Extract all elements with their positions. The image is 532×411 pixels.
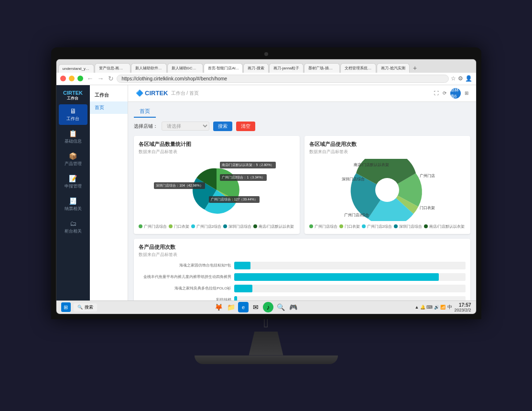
taskbar-app-music[interactable]: ♪ (263, 302, 273, 312)
close-button[interactable] (60, 76, 66, 81)
taskbar-app-edge[interactable]: e (238, 302, 249, 312)
taskbar-left: ⊞ 🔍 搜索 (61, 302, 97, 312)
top-bar-left: 🔷 CIRTEK 工作台 / 首页 (136, 89, 199, 97)
radial-dot-5 (424, 224, 428, 228)
content-area: 首页 选择店铺： 请选择 搜索 清空 (128, 102, 476, 300)
search-button[interactable]: 搜索 (213, 122, 232, 131)
top-bar: 🔷 CIRTEK 工作台 / 首页 ⛶ ⟳ 胡林鑫6 ⊞ (128, 85, 476, 102)
radial-chart-title: 各区域产品使用次数 (309, 141, 466, 148)
bar-track-4 (234, 296, 466, 300)
expand-icon[interactable]: ⛶ (434, 90, 439, 96)
browser-tab-5[interactable]: 首页-智能门店AI... (204, 63, 243, 73)
browser-tab-7[interactable]: 画刀-janna粒子 (269, 63, 304, 73)
sidebar-item-declare[interactable]: 📝 申报管理 (59, 172, 87, 192)
settings-icon[interactable]: ⚙ (458, 75, 463, 82)
taskbar-clock: 17:57 2023/2/2 (454, 302, 471, 312)
pie-tooltip-1: 南店/门店默认以衣架：5（2.80%） (220, 162, 276, 168)
filter-label: 选择店铺： (134, 123, 158, 130)
legend-item-3: 广州门店2综合 (191, 224, 221, 229)
taskbar-app-game[interactable]: 🎮 (288, 302, 298, 312)
bar-track-1 (234, 262, 466, 269)
product-icon: 📦 (61, 152, 86, 160)
legend-item-1: 广州门店综合 (139, 224, 167, 229)
bar-row-2: 金桃丰代焦量平布内裤儿童内裤带纸拼生动四角裤男 (139, 273, 466, 281)
monitor: understand_you... 资产信息-画出... 新人辅助软件-Pro … (51, 47, 481, 364)
page-tab-home[interactable]: 首页 (134, 106, 156, 118)
pie-tooltip-3: 广州门店综合：127（39.44%） (209, 196, 260, 203)
browser-actions: ☆ ⚙ 👤 (451, 75, 472, 82)
tax-icon: 🧾 (61, 197, 86, 205)
windows-start-button[interactable]: ⊞ (61, 302, 71, 312)
taskbar-app-firefox[interactable]: 🦊 (213, 302, 224, 312)
legend-dot-3 (191, 224, 195, 228)
radial-chart-subtitle: 数据来自产品标签表 (309, 149, 466, 155)
bar-label-4: 彩纺纯棉 (139, 297, 234, 300)
radial-label-sz: 深圳门店综合 (342, 177, 365, 181)
taskbar-lang: 中 (447, 304, 452, 311)
page-tabs: 首页 (134, 106, 470, 118)
back-button[interactable]: ← (87, 75, 94, 82)
monitor-bezel: understand_you... 资产信息-画出... 新人辅助软件-Pro … (56, 59, 477, 314)
search-icon: 🔍 (77, 305, 83, 310)
store-select[interactable]: 请选择 (162, 122, 209, 131)
bar-fill-2 (234, 273, 439, 281)
refresh-button[interactable]: ↻ (108, 75, 114, 82)
search-bar[interactable]: 🔍 搜索 (74, 303, 97, 311)
bookmark-icon[interactable]: ☆ (451, 75, 456, 82)
bar-fill-3 (234, 285, 252, 292)
browser-tab-9[interactable]: 文档管理系统-fa (340, 63, 376, 73)
sub-sidebar-item-home[interactable]: 首页 (90, 101, 128, 114)
maximize-button[interactable] (77, 76, 83, 81)
forward-button[interactable]: → (98, 75, 104, 82)
browser-tab-3[interactable]: 新人辅助软件-Pro (131, 63, 167, 73)
browser-tab-1[interactable]: understand_you... (58, 64, 94, 73)
taskbar-app-search2[interactable]: 🔍 (275, 302, 286, 312)
url-bar[interactable]: https://clothing.cirtelklink.com/shop/#/… (117, 75, 449, 83)
monitor-screen: understand_you... 资产信息-画出... 新人辅助软件-Pro … (51, 47, 481, 319)
grid-layout-icon[interactable]: ⊞ (465, 90, 468, 96)
radial-label-door: 门口衣架 (420, 206, 435, 210)
browser-tab-10[interactable]: 画刀-尬汽实测 (377, 63, 410, 73)
radial-label-gz1: 广州门店综合 (420, 174, 435, 178)
user-profile-icon[interactable]: 👤 (465, 75, 472, 82)
refresh-icon[interactable]: ⟳ (443, 90, 446, 96)
bar-row-1: 海魂之家固仿饰台包括粘知T包 (139, 262, 466, 269)
browser-tab-8[interactable]: 墨材广场-插画图 (304, 63, 340, 73)
top-bar-right: ⛶ ⟳ 胡林鑫6 ⊞ (434, 88, 468, 99)
browser-tab-4[interactable]: 新人辅助GCP-飞 (167, 63, 203, 73)
new-tab-button[interactable]: + (410, 63, 420, 73)
bar-label-3: 海魂之家纯良典多色拉纽POLO衫 (139, 286, 234, 291)
taskbar: ⊞ 🔍 搜索 🦊 📁 e ✉ ♪ 🔍 🎮 ▲ (56, 300, 476, 314)
app-logo-text: 🔷 CIRTEK (136, 89, 168, 97)
legend-dot-1 (139, 224, 142, 228)
sidebar-item-product[interactable]: 📦 产品管理 (59, 149, 87, 170)
radial-dot-1 (309, 224, 313, 228)
taskbar-app-folder[interactable]: 📁 (226, 302, 236, 312)
taskbar-app-mail[interactable]: ✉ (250, 302, 261, 312)
sidebar-item-basic[interactable]: 📋 基础信息 (59, 127, 87, 147)
radial-dot-3 (362, 224, 366, 228)
radial-chart-card: 各区域产品使用次数 数据来自产品标签表 (304, 136, 470, 234)
pie-chart-card: 各区域产品数量统计图 数据来自产品标签表 (134, 136, 300, 234)
radial-chart-svg: 广州门店综合 门口衣架 广州门店2综合 深圳门店综合 南店/门店默认以衣架 (339, 159, 435, 221)
sidebar-logo: CIRTEK 工作台 (63, 90, 83, 101)
monitor-stand-base (195, 355, 338, 364)
browser-tab-6[interactable]: 画刀-搜索 (243, 63, 269, 73)
basic-info-icon: 📋 (61, 130, 86, 137)
bar-track-2 (234, 273, 466, 281)
bar-row-3: 海魂之家纯良典多色拉纽POLO衫 (139, 285, 466, 292)
radial-dot-2 (339, 224, 343, 228)
sub-sidebar-title: 工作台 (90, 89, 128, 101)
legend-dot-4 (223, 224, 227, 228)
sidebar-item-tax[interactable]: 🧾 纳票相关 (59, 194, 87, 215)
pie-chart-svg (190, 164, 243, 216)
pie-chart-subtitle: 数据来自产品标签表 (139, 149, 295, 155)
bar-label-2: 金桃丰代焦量平布内裤儿童内裤带纸拼生动四角裤男 (139, 274, 234, 279)
sidebar-item-counter[interactable]: 🗂 柜台相关 (59, 217, 87, 237)
minimize-button[interactable] (69, 76, 75, 81)
reset-button[interactable]: 清空 (236, 122, 255, 131)
sidebar-item-workbench[interactable]: 🖥 工作台 (59, 104, 87, 125)
pie-legend: 广州门店综合 门口衣架 广州门店2综合 (139, 224, 295, 229)
browser-tab-2[interactable]: 资产信息-画出... (95, 63, 130, 73)
monitor-stand-neck (238, 332, 295, 355)
